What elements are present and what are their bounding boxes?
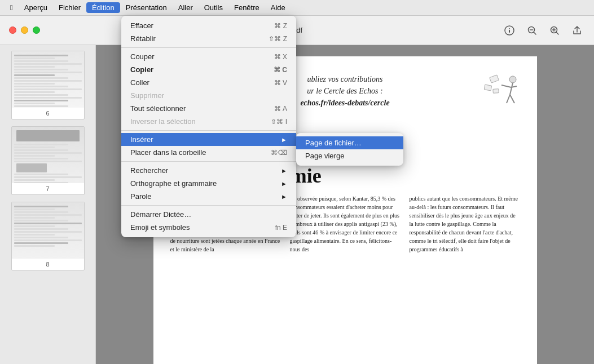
main-content: 6 — [0, 45, 594, 364]
menu-retablir[interactable]: Rétablir ⇧⌘ Z — [121, 32, 296, 45]
menubar:  Aperçu Fichier Édition Présentation Al… — [0, 0, 594, 16]
menu-edition[interactable]: Édition — [86, 2, 120, 13]
pdf-illustration — [481, 68, 526, 113]
share-icon[interactable] — [569, 23, 585, 38]
sidebar: 6 — [0, 45, 96, 364]
menu-tout-selectionner[interactable]: Tout sélectionner ⌘ A — [121, 102, 296, 115]
zoom-in-icon[interactable] — [547, 23, 562, 38]
svg-rect-16 — [490, 74, 499, 82]
svg-line-15 — [510, 95, 514, 103]
svg-rect-18 — [493, 88, 499, 93]
promo-line1: ubliez vos contributions — [307, 75, 383, 83]
separator-3 — [121, 161, 296, 162]
page-6-label: 6 — [12, 108, 84, 119]
menu-emoji[interactable]: Emoji et symboles fn E — [121, 221, 296, 234]
menu-outils[interactable]: Outils — [199, 2, 228, 13]
menu-orthographe[interactable]: Orthographe et grammaire ► — [121, 177, 296, 190]
separator-1 — [121, 47, 296, 48]
close-button[interactable] — [9, 26, 16, 34]
pdf-col-3: publics autant que les consommateurs. Et… — [410, 194, 520, 254]
traffic-lights — [9, 26, 40, 34]
menu-rechercher[interactable]: Rechercher ► — [121, 164, 296, 177]
zoom-out-icon[interactable] — [524, 23, 540, 38]
svg-line-4 — [534, 32, 536, 34]
menu-couper[interactable]: Couper ⌘ X — [121, 50, 296, 63]
promo-line3: echos.fr/idees-debats/cercle — [300, 99, 389, 107]
svg-point-1 — [509, 28, 510, 29]
menu-presentation[interactable]: Présentation — [120, 2, 173, 13]
menu-inserer[interactable]: Insérer ► Page de fichier… Page vierge — [121, 133, 296, 146]
col3-text: publics autant que les consommateurs. Et… — [410, 196, 518, 252]
pdf-col-2: est observée puisque, selon Kantar, 85,3… — [290, 194, 401, 254]
insert-submenu: Page de fichier… Page vierge — [296, 133, 403, 166]
menu-effacer[interactable]: Effacer ⌘ Z — [121, 19, 296, 32]
col2-text: est observée puisque, selon Kantar, 85,3… — [290, 196, 399, 252]
toolbar-icons — [501, 23, 585, 38]
thumbnail-page-6[interactable]: 6 — [11, 51, 85, 119]
thumbnail-page-8[interactable]: 8 — [11, 202, 85, 270]
separator-2 — [121, 130, 296, 131]
menu-inverser-selection: Inverser la sélection ⇧⌘ I — [121, 115, 296, 128]
svg-rect-17 — [484, 85, 491, 91]
svg-line-7 — [556, 32, 558, 34]
separator-4 — [121, 205, 296, 206]
menu-placer-corbeille[interactable]: Placer dans la corbeille ⌘⌫ — [121, 146, 296, 159]
page-7-label: 7 — [12, 183, 84, 194]
menu-apercu[interactable]: Aperçu — [19, 2, 53, 13]
submenu-page-fichier[interactable]: Page de fichier… — [296, 136, 403, 149]
menu-fichier[interactable]: Fichier — [53, 2, 86, 13]
menu-fenetre[interactable]: Fenêtre — [228, 2, 265, 13]
svg-rect-2 — [509, 30, 510, 33]
svg-line-12 — [501, 85, 511, 87]
app-window: Les Echos.pdf — [0, 16, 594, 364]
page-8-label: 8 — [12, 259, 84, 270]
maximize-button[interactable] — [33, 26, 40, 34]
toolbar: Les Echos.pdf — [0, 16, 594, 45]
submenu-page-vierge[interactable]: Page vierge — [296, 149, 403, 162]
svg-line-11 — [510, 83, 513, 95]
menu-aide[interactable]: Aide — [265, 2, 291, 13]
promo-line2: ur le Cercle des Echos : — [307, 87, 382, 95]
apple-menu[interactable]:  — [5, 2, 19, 13]
menu-parole[interactable]: Parole ► — [121, 190, 296, 203]
info-icon[interactable] — [501, 23, 517, 38]
svg-point-10 — [509, 76, 516, 83]
menu-coller[interactable]: Coller ⌘ V — [121, 76, 296, 89]
edit-menu: Effacer ⌘ Z Rétablir ⇧⌘ Z Couper ⌘ X Cop… — [121, 16, 296, 237]
menu-supprimer: Supprimer — [121, 89, 296, 102]
minimize-button[interactable] — [21, 26, 28, 34]
thumbnail-page-7[interactable]: 7 — [11, 126, 85, 195]
menu-dictee[interactable]: Démarrer Dictée… — [121, 208, 296, 221]
svg-line-14 — [507, 95, 510, 103]
menu-copier[interactable]: Copier ⌘ C — [121, 63, 296, 76]
menu-aller[interactable]: Aller — [173, 2, 199, 13]
